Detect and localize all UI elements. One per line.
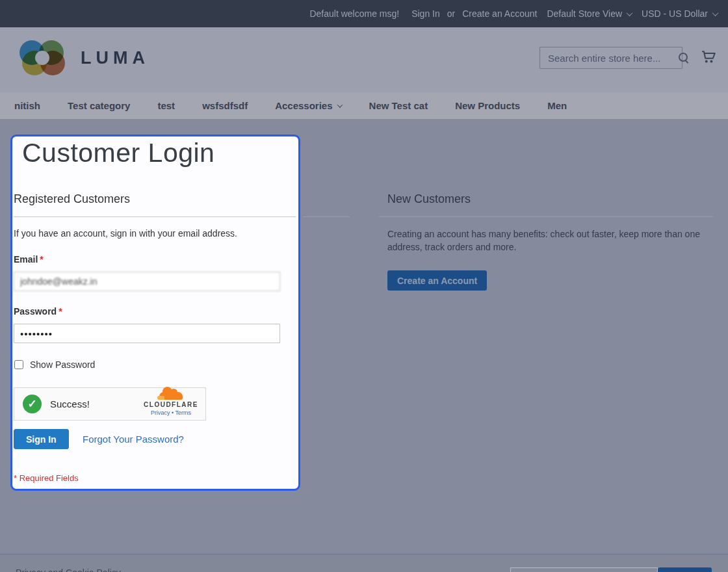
customer-login-card: Customer Login Registered Customers If y… [10, 135, 300, 491]
nav-item-wsfsdfsdf[interactable]: wsfsdfsdf [202, 100, 248, 111]
new-customers-text: Creating an account has many benefits: c… [387, 228, 716, 254]
captcha-terms-link[interactable]: Terms [176, 410, 192, 416]
forgot-password-link[interactable]: Forgot Your Password? [83, 434, 184, 445]
logo-text: LUMA [81, 48, 150, 68]
or-separator: or [447, 8, 455, 19]
captcha-links: Privacy • Terms [142, 410, 200, 416]
new-customers-divider [379, 216, 713, 217]
success-check-icon: ✓ [23, 395, 42, 413]
sign-in-button[interactable]: Sign In [14, 429, 69, 449]
store-logo[interactable]: LUMA [16, 40, 150, 75]
cloudflare-brand-block: CLOUDFLARE Privacy • Terms [142, 390, 200, 416]
registered-customers-heading: Registered Customers [14, 192, 130, 206]
store-view-label: Default Store View [547, 8, 622, 19]
top-bar: Default welcome msg! Sign In or Create a… [0, 0, 728, 27]
sign-in-link[interactable]: Sign In [411, 8, 440, 19]
newsletter-subscribe-button[interactable] [658, 567, 712, 572]
customer-login-page: Default welcome msg! Sign In or Create a… [0, 0, 728, 572]
password-field[interactable] [14, 324, 280, 343]
newsletter-email-input[interactable] [510, 567, 658, 572]
login-intro-text: If you have an account, sign in with you… [14, 228, 237, 239]
show-password-label: Show Password [30, 359, 95, 370]
cloudflare-wordmark: CLOUDFLARE [142, 401, 200, 408]
nav-item-test-category[interactable]: Test category [68, 100, 130, 111]
captcha-status-text: Success! [50, 398, 90, 410]
new-customers-heading: New Customers [387, 192, 471, 206]
show-password-checkbox[interactable] [14, 360, 23, 369]
required-asterisk: * [58, 306, 62, 317]
password-label: Password* [14, 306, 62, 317]
email-field[interactable] [14, 272, 280, 291]
welcome-message: Default welcome msg! [309, 8, 399, 19]
search-input[interactable] [540, 53, 677, 64]
nav-item-test[interactable]: test [157, 100, 175, 111]
nav-item-accessories[interactable]: Accessories [275, 100, 341, 111]
nav-item-men[interactable]: Men [547, 100, 567, 111]
chevron-down-icon [712, 10, 719, 16]
registered-divider [14, 216, 296, 217]
captcha-privacy-link[interactable]: Privacy [151, 410, 170, 416]
cloudflare-turnstile-widget: ✓ Success! CLOUDFLARE Privacy • Terms [14, 387, 206, 421]
nav-item-new-products[interactable]: New Products [455, 100, 520, 111]
currency-label: USD - US Dollar [642, 8, 708, 19]
email-label: Email* [14, 254, 44, 265]
cloudflare-cloud-icon [159, 392, 183, 400]
luma-logo-icon [16, 40, 72, 75]
page-header: LUMA [0, 27, 728, 92]
privacy-policy-link[interactable]: Privacy and Cookie Policy [16, 567, 121, 572]
cart-icon[interactable] [699, 48, 718, 66]
page-footer: Privacy and Cookie Policy [0, 554, 728, 572]
required-fields-note: * Required Fields [14, 473, 79, 483]
bullet-separator: • [172, 410, 174, 416]
nav-item-new-test-cat[interactable]: New Test cat [369, 100, 428, 111]
currency-switcher[interactable]: USD - US Dollar [642, 8, 718, 19]
chevron-down-icon [337, 102, 342, 107]
create-account-button[interactable]: Create an Account [387, 270, 487, 291]
create-account-link[interactable]: Create an Account [462, 8, 537, 19]
required-asterisk: * [40, 254, 43, 265]
registered-divider-stub [303, 216, 350, 217]
chevron-down-icon [627, 10, 633, 16]
show-password-control: Show Password [14, 359, 95, 370]
store-view-switcher[interactable]: Default Store View [547, 8, 632, 19]
main-navigation: nitish Test category test wsfsdfsdf Acce… [0, 92, 728, 119]
search-box [540, 47, 682, 69]
nav-item-nitish[interactable]: nitish [14, 100, 40, 111]
page-title: Customer Login [22, 138, 214, 168]
